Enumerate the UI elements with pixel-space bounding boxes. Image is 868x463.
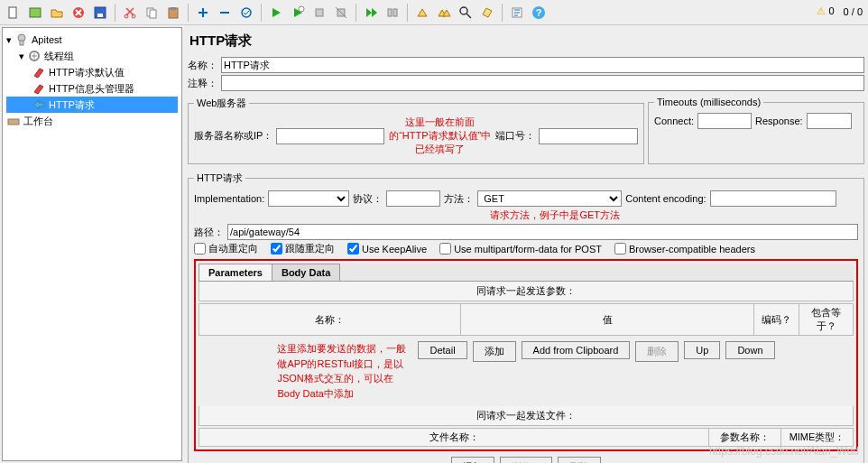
col-encode: 编码？: [754, 304, 799, 336]
proto-label: 协议：: [353, 192, 383, 206]
svg-rect-22: [20, 41, 23, 45]
method-note: 请求方法，例子中是GET方法: [490, 208, 620, 222]
svg-point-11: [242, 8, 251, 17]
http-legend: HTTP请求: [194, 171, 245, 185]
col-filename: 文件名称：: [199, 429, 709, 447]
response-label: Response:: [755, 116, 803, 126]
search-icon[interactable]: [456, 3, 476, 23]
comment-input[interactable]: [221, 75, 864, 91]
col-mime: MIME类型：: [781, 429, 854, 447]
chk-keepalive[interactable]: Use KeepAlive: [347, 243, 427, 255]
cut-icon[interactable]: [120, 3, 140, 23]
connect-label: Connect:: [654, 116, 694, 126]
btn-add-param[interactable]: 添加: [473, 341, 516, 362]
reset-search-icon[interactable]: [477, 3, 497, 23]
svg-rect-4: [97, 14, 103, 17]
files-table[interactable]: 文件名称： 参数名称： MIME类型：: [199, 428, 854, 447]
btn-down[interactable]: Down: [725, 341, 774, 359]
paste-icon[interactable]: [163, 3, 183, 23]
expand-icon[interactable]: [193, 3, 213, 23]
connect-input[interactable]: [697, 113, 752, 129]
btn-clipboard[interactable]: Add from Clipboard: [522, 341, 631, 359]
svg-rect-0: [9, 7, 16, 18]
new-icon[interactable]: [4, 3, 23, 23]
method-select[interactable]: GET: [477, 190, 622, 207]
server-input[interactable]: [276, 128, 384, 144]
web-note: 这里一般在前面的“HTTP请求默认值”中已经填写了: [388, 116, 492, 156]
svg-rect-8: [150, 10, 156, 18]
send-files-label: 同请求一起发送文件：: [199, 406, 854, 426]
templates-icon[interactable]: [25, 3, 45, 23]
method-label: 方法：: [444, 192, 474, 206]
impl-label: Implementation:: [194, 193, 264, 204]
send-params-label: 同请求一起发送参数：: [199, 282, 854, 301]
copy-icon[interactable]: [142, 3, 162, 23]
tab-parameters[interactable]: Parameters: [199, 264, 272, 281]
btn-delete-param[interactable]: 删除: [635, 341, 679, 362]
chk-auto[interactable]: 自动重定向: [194, 242, 258, 255]
open-icon[interactable]: [47, 3, 67, 23]
clear-all-icon[interactable]: [434, 3, 454, 23]
enc-label: Content encoding:: [625, 193, 706, 204]
path-input[interactable]: [227, 224, 858, 240]
server-label: 服务器名称或IP：: [194, 129, 272, 143]
name-label: 名称：: [188, 59, 217, 72]
web-server-group: Web服务器 服务器名称或IP： 这里一般在前面的“HTTP请求默认值”中已经填…: [188, 97, 644, 164]
stop-icon[interactable]: [309, 3, 329, 23]
tree-http-defaults[interactable]: HTTP请求默认值: [6, 64, 178, 80]
proto-input[interactable]: [386, 190, 440, 207]
tree-http-request[interactable]: HTTP请求: [6, 97, 178, 113]
main-toolbar: ? ⚠ 0 0 / 0: [0, 0, 868, 25]
col-value: 值: [461, 304, 754, 336]
btn-add-file[interactable]: 添加: [451, 457, 494, 463]
web-legend: Web服务器: [194, 97, 249, 110]
clear-icon[interactable]: [412, 3, 432, 23]
chk-multipart[interactable]: Use multipart/form-data for POST: [439, 243, 602, 255]
response-input[interactable]: [807, 113, 852, 129]
start-icon[interactable]: [266, 3, 286, 23]
btn-delete-file[interactable]: 删除: [558, 457, 601, 463]
path-label: 路径：: [194, 226, 224, 239]
svg-rect-10: [171, 7, 176, 10]
svg-rect-1: [30, 8, 41, 17]
col-paramname: 参数名称：: [709, 429, 781, 447]
btn-up[interactable]: Up: [684, 341, 720, 359]
impl-select[interactable]: [268, 190, 349, 207]
toggle-icon[interactable]: [236, 3, 256, 23]
port-input[interactable]: [539, 128, 638, 144]
test-plan-tree[interactable]: ▾Apitest ▾线程组 HTTP请求默认值 HTTP信息头管理器 HTTP请…: [2, 27, 182, 461]
svg-rect-16: [393, 9, 397, 16]
status-bar: ⚠ 0 0 / 0: [817, 5, 863, 17]
tree-workbench[interactable]: 工作台: [6, 113, 178, 129]
save-icon[interactable]: [90, 3, 110, 23]
collapse-icon[interactable]: [215, 3, 235, 23]
function-icon[interactable]: [507, 3, 527, 23]
start-notimer-icon[interactable]: [288, 3, 308, 23]
tree-threadgroup[interactable]: ▾线程组: [6, 48, 178, 64]
remote-start-icon[interactable]: [361, 3, 381, 23]
close-icon[interactable]: [69, 3, 88, 23]
btn-browse[interactable]: 浏览...: [500, 457, 551, 463]
shutdown-icon[interactable]: [331, 3, 351, 23]
svg-text:?: ?: [536, 7, 542, 18]
name-input[interactable]: [221, 57, 864, 73]
svg-rect-13: [316, 9, 323, 16]
enc-input[interactable]: [710, 190, 836, 207]
btn-detail[interactable]: Detail: [418, 341, 466, 359]
port-label: 端口号：: [495, 129, 535, 143]
tree-header-manager[interactable]: HTTP信息头管理器: [6, 80, 178, 97]
chk-follow[interactable]: 跟随重定向: [271, 242, 335, 255]
panel-title: HTTP请求: [188, 29, 864, 55]
thread-count: 0 / 0: [844, 6, 863, 17]
col-name: 名称：: [199, 304, 461, 336]
timeouts-group: Timeouts (milliseconds) Connect: Respons…: [648, 97, 864, 164]
warn-count: ⚠ 0: [817, 5, 834, 17]
help-icon[interactable]: ?: [529, 3, 549, 23]
remote-stop-icon[interactable]: [383, 3, 402, 23]
tree-root[interactable]: ▾Apitest: [6, 32, 178, 48]
params-table[interactable]: 名称： 值 编码？ 包含等于？: [199, 303, 854, 336]
chk-browser[interactable]: Browser-compatible headers: [614, 243, 755, 255]
svg-rect-15: [388, 9, 392, 16]
tab-body-data[interactable]: Body Data: [272, 264, 340, 281]
svg-point-12: [299, 6, 304, 12]
